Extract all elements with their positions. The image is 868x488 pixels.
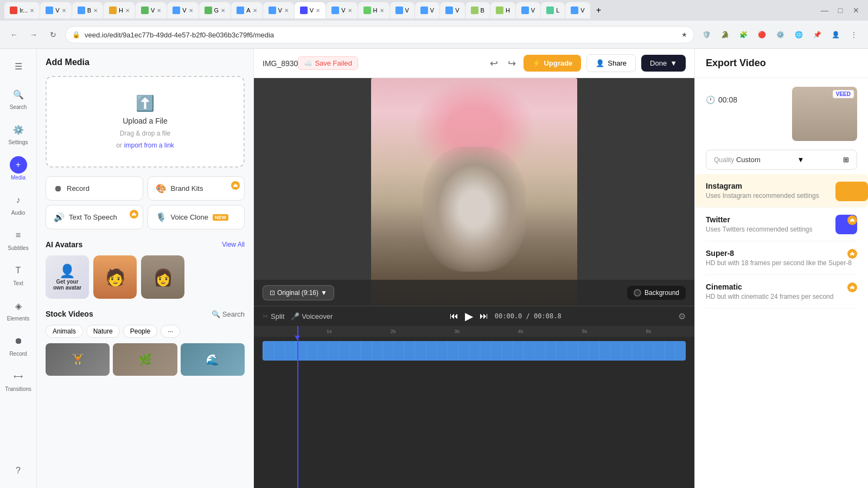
tag-more[interactable]: ··· [161, 325, 180, 338]
sidebar-item-subtitles[interactable]: ≡ Subtitles [2, 222, 35, 255]
background-color-dot [634, 289, 641, 297]
sidebar-item-media[interactable]: + Media [2, 152, 35, 185]
done-button[interactable]: Done ▼ [641, 55, 686, 72]
browser-tab-9[interactable]: V ✕ [326, 2, 357, 18]
quality-selector[interactable]: Quality Custom ▼ ⊞ [706, 150, 857, 170]
minimize-button[interactable]: — [817, 3, 832, 18]
upload-area[interactable]: ⬆️ Upload a File Drag & drop a file or i… [46, 76, 245, 168]
split-button[interactable]: ✂ Split [263, 312, 284, 320]
view-all-link[interactable]: View All [222, 241, 245, 248]
avatar-item-1[interactable]: 🧑 [93, 255, 137, 299]
voiceover-button[interactable]: 🎤 Voiceover [291, 312, 333, 320]
export-option-super8[interactable]: Super-8 HD but with 18 frames per second… [706, 241, 857, 275]
drag-drop-text: Drag & drop a file [120, 130, 170, 137]
tag-people[interactable]: People [123, 325, 157, 338]
extension-btn-5[interactable]: ⚙️ [773, 27, 788, 42]
extension-btn-7[interactable]: 📌 [809, 27, 825, 42]
browser-tab-4[interactable]: V ✕ [136, 2, 167, 18]
sidebar-item-elements[interactable]: ◈ Elements [2, 293, 35, 326]
forward-button[interactable]: → [26, 27, 41, 42]
browser-tab-1[interactable]: V ✕ [40, 2, 71, 18]
export-option-cinematic[interactable]: Cinematic HD but with cinematic 24 frame… [706, 275, 857, 309]
instagram-option-desc: Uses Instagram recommended settings [706, 192, 857, 200]
video-toolbar: IMG_8930 ☁️ Save Failed ↩ ↪ ⚡ Upgrade 👤 … [254, 49, 694, 78]
sidebar-item-help[interactable]: ? [2, 458, 35, 484]
avatar-promo-item[interactable]: 👤 Get your own avatar [46, 255, 89, 299]
browser-tab-14[interactable]: B [465, 2, 490, 18]
browser-tab-2[interactable]: B ✕ [72, 2, 103, 18]
sidebar-item-search[interactable]: 🔍 Search [2, 81, 35, 114]
menu-btn[interactable]: ⋮ [846, 27, 861, 42]
extension-btn-4[interactable]: 🔴 [754, 27, 769, 42]
browser-tab-12[interactable]: V [415, 2, 439, 18]
browser-tab-16[interactable]: V [516, 2, 540, 18]
sidebar-item-settings[interactable]: ⚙️ Settings [2, 117, 35, 150]
browser-tab-15[interactable]: H [490, 2, 515, 18]
browser-tab-5[interactable]: V ✕ [167, 2, 198, 18]
skip-forward-button[interactable]: ⏭ [480, 311, 488, 321]
extension-btn-6[interactable]: 🌐 [791, 27, 806, 42]
browser-tab-8[interactable]: V ✕ [263, 2, 294, 18]
search-icon-stock: 🔍 [212, 310, 220, 318]
tag-nature[interactable]: Nature [86, 325, 120, 338]
sidebar-item-audio[interactable]: ♪ Audio [2, 187, 35, 220]
browser-tab-10[interactable]: H ✕ [358, 2, 390, 18]
stock-video-3[interactable]: 🌊 [181, 343, 245, 376]
transitions-icon: ⟷ [10, 368, 27, 385]
browser-tab-active[interactable]: V ✕ [295, 2, 326, 18]
app-container: ☰ 🔍 Search ⚙️ Settings + Media ♪ Audio ≡… [0, 49, 868, 488]
upgrade-button[interactable]: ⚡ Upgrade [524, 55, 582, 72]
new-tab-button[interactable]: + [591, 2, 607, 18]
twitter-option-desc: Uses Twitters recommended settings [706, 226, 857, 233]
stock-video-2[interactable]: 🌿 [113, 343, 177, 376]
skip-back-button[interactable]: ⏮ [450, 311, 458, 321]
extension-btn-3[interactable]: 🧩 [736, 27, 751, 42]
import-link[interactable]: import from a link [124, 142, 174, 149]
timeline-controls-bar: ✂ Split 🎤 Voiceover ⏮ ▶ ⏭ 00:00.0 / 00:0… [254, 306, 694, 326]
sidebar-item-menu[interactable]: ☰ [2, 53, 35, 79]
record-button[interactable]: ⏺ Record [46, 176, 143, 201]
back-button[interactable]: ← [7, 27, 22, 42]
timeline-settings-button[interactable]: ⚙ [678, 311, 686, 322]
sidebar-item-text[interactable]: T Text [2, 258, 35, 291]
new-badge: NEW [213, 214, 228, 221]
extension-btn-1[interactable]: 🛡️ [699, 27, 714, 42]
text-to-speech-button[interactable]: 🔊 Text To Speech [46, 205, 143, 229]
profile-btn[interactable]: 👤 [828, 27, 843, 42]
extension-btn-2[interactable]: 🐊 [717, 27, 732, 42]
split-icon: ✂ [263, 312, 269, 320]
browser-tab-17[interactable]: L [541, 2, 565, 18]
tag-animals[interactable]: Animals [46, 325, 83, 338]
browser-tab-7[interactable]: A ✕ [231, 2, 262, 18]
browser-tab-11[interactable]: V [390, 2, 414, 18]
maximize-button[interactable]: □ [833, 3, 848, 18]
aspect-ratio-button[interactable]: ⊡ Original (9:16) ▼ [263, 285, 334, 300]
stock-video-1[interactable]: 🏋️ [46, 343, 110, 376]
refresh-button[interactable]: ↻ [46, 27, 61, 42]
browser-tab-13[interactable]: V [440, 2, 464, 18]
browser-tab-18[interactable]: V [565, 2, 590, 18]
save-failed-status: ☁️ Save Failed [298, 56, 358, 70]
voice-clone-button[interactable]: 🎙️ Voice Clone NEW [148, 205, 245, 229]
brand-kits-button[interactable]: 🎨 Brand Kits [148, 176, 245, 201]
background-button[interactable]: Background [627, 286, 686, 300]
export-option-twitter[interactable]: Twitter Uses Twitters recommended settin… [706, 208, 857, 241]
browser-tab-3[interactable]: H ✕ [104, 2, 135, 18]
browser-tab-6[interactable]: G ✕ [199, 2, 231, 18]
close-button[interactable]: ✕ [848, 3, 864, 18]
browser-tab-gmail[interactable]: Ir... ✕ [4, 2, 40, 18]
time-display: 00:00.0 / 00:08.8 [495, 312, 561, 320]
play-button[interactable]: ▶ [465, 310, 473, 323]
sidebar-item-record[interactable]: ⏺ Record [2, 328, 35, 361]
sidebar-item-transitions[interactable]: ⟷ Transitions [2, 363, 35, 396]
timeline-clip[interactable] [263, 341, 686, 361]
stock-search-button[interactable]: 🔍 Search [212, 310, 245, 318]
share-button[interactable]: 👤 Share [586, 54, 636, 72]
main-content: IMG_8930 ☁️ Save Failed ↩ ↪ ⚡ Upgrade 👤 … [254, 49, 694, 488]
audio-icon: ♪ [10, 191, 27, 209]
redo-button[interactable]: ↪ [506, 55, 518, 72]
undo-button[interactable]: ↩ [488, 55, 500, 72]
export-option-instagram[interactable]: Instagram Uses Instagram recommended set… [695, 174, 868, 208]
address-bar[interactable]: 🔒 veed.io/edit/9a1ec77b-49dd-4e57-b2f0-8… [65, 26, 694, 43]
avatar-item-2[interactable]: 👩 [141, 255, 184, 299]
